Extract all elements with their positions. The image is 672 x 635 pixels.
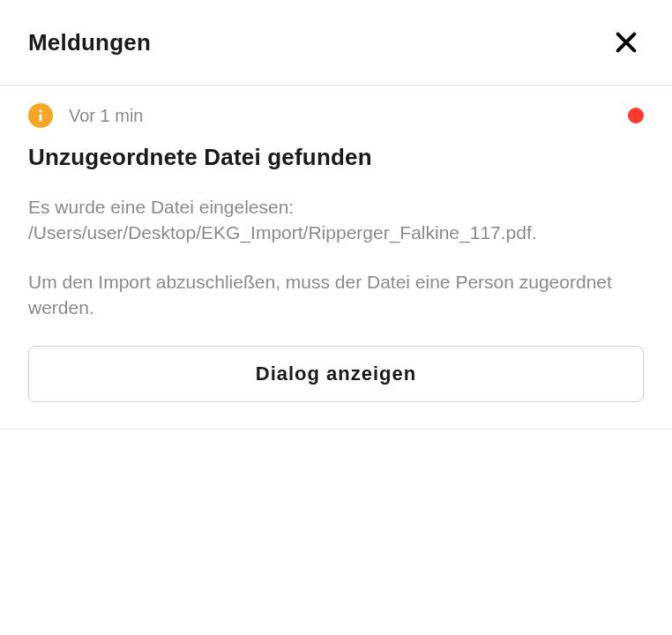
notification-timestamp: Vor 1 min bbox=[69, 106, 143, 126]
close-button[interactable] bbox=[609, 25, 644, 60]
notification-title: Unzugeordnete Datei gefunden bbox=[28, 144, 644, 171]
panel-header: Meldungen bbox=[0, 0, 672, 86]
close-icon bbox=[614, 30, 638, 55]
show-dialog-button[interactable]: Dialog anzeigen bbox=[28, 346, 644, 402]
notification-body-line: Es wurde eine Datei eingelesen: bbox=[28, 194, 644, 220]
svg-point-2 bbox=[39, 109, 41, 112]
notification-item: Vor 1 min Unzugeordnete Datei gefunden E… bbox=[0, 86, 672, 430]
info-icon bbox=[28, 103, 53, 128]
notification-body-line: /Users/user/Desktop/EKG_Import/Ripperger… bbox=[28, 220, 644, 245]
notification-body: Es wurde eine Datei eingelesen: /Users/u… bbox=[28, 194, 644, 321]
status-indicator bbox=[628, 108, 644, 123]
svg-rect-3 bbox=[40, 114, 42, 122]
notification-meta: Vor 1 min bbox=[28, 103, 644, 128]
panel-title: Meldungen bbox=[28, 29, 151, 56]
notification-body-line: Um den Import abzuschließen, muss der Da… bbox=[28, 269, 644, 321]
